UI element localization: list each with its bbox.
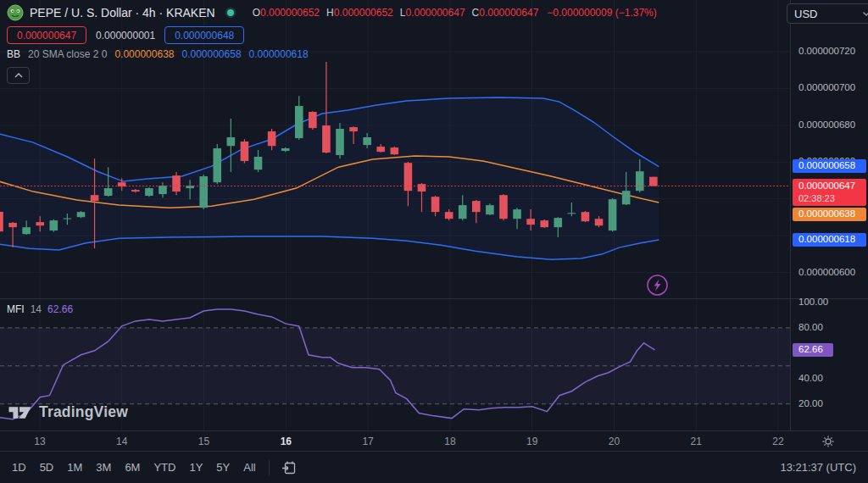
time-label-15: 15 [198,436,209,447]
low-value: 0.000000647 [405,7,465,19]
mfi-current-value: 62.66 [47,303,73,315]
tradingview-logo[interactable]: TradingView [7,403,128,421]
mfi-period: 14 [31,303,42,315]
open-value: 0.000000652 [260,7,320,19]
quick-action-button[interactable] [646,274,669,297]
bar-countdown: 02:38:23 [798,192,866,205]
range-button-6m[interactable]: 6M [118,458,147,477]
bb-upper-axis-label: 0.000000658 [793,159,866,173]
bb-indicator-legend[interactable]: BB 20 SMA close 2 0 0.000000638 0.000000… [7,48,309,60]
time-label-17: 17 [362,436,373,447]
mfi-tick: 80.00 [798,322,823,332]
mfi-tick: 40.00 [798,373,823,383]
symbol-header: PEPE / U. S. Dollar · 4h · KRAKEN O0.000… [7,3,657,22]
calendar-icon [281,459,298,476]
range-button-1d[interactable]: 1D [5,458,33,477]
bb-name[interactable]: BB [7,48,20,60]
range-button-all[interactable]: All [236,458,262,477]
price-tick: 0.000000680 [798,119,855,130]
symbol-title[interactable]: PEPE / U. S. Dollar · 4h · KRAKEN [30,6,215,19]
chart-canvas[interactable] [0,0,868,430]
chevron-down-icon [862,11,868,17]
time-axis[interactable]: 13141516171819202122 [0,430,868,452]
high-value: 0.000000652 [334,7,393,19]
range-button-ytd[interactable]: YTD [147,458,182,477]
range-button-1y[interactable]: 1Y [182,458,209,477]
time-label-18: 18 [444,436,455,447]
ohlc-values: O0.000000652 H0.000000652 L0.000000647 C… [253,7,657,19]
bottom-toolbar: 1D5D1M3M6MYTD1Y5YAll13:21:37 (UTC) [0,451,868,483]
change-value: −0.000000009 (−1.37%) [547,7,656,19]
price-tick: 0.000000700 [798,82,855,92]
time-label-14: 14 [116,436,127,447]
toolbar-divider [269,460,270,475]
clock[interactable]: 13:21:37 (UTC) [780,461,863,474]
currency-value: USD [794,8,817,20]
chevron-up-icon [14,72,24,79]
bollinger-bands [0,97,659,259]
mfi-tick: 20.00 [798,398,823,408]
tradingview-logo-text: TradingView [39,403,128,421]
mfi-tick: 100.00 [798,297,828,307]
range-button-3m[interactable]: 3M [89,458,118,477]
bb-params: 20 SMA close 2 0 [28,48,107,60]
tradingview-chart-window: PEPE / U. S. Dollar · 4h · KRAKEN O0.000… [0,0,868,483]
price-axis[interactable]: 20.0040.0080.00100.000.0000006000.000000… [790,0,868,430]
time-label-22: 22 [772,436,783,447]
price-tick: 0.000000720 [798,46,855,56]
range-button-5d[interactable]: 5D [33,458,61,477]
mfi-indicator-legend[interactable]: MFI 14 62.66 [7,303,73,315]
mfi-name[interactable]: MFI [7,303,25,315]
spread-value: 0.000000001 [93,30,158,42]
lightning-icon [646,274,669,297]
time-label-20: 20 [609,436,620,447]
tradingview-logo-icon [7,404,32,421]
time-label-21: 21 [691,436,702,447]
bb-lower-value: 0.000000618 [249,48,309,60]
time-label-19: 19 [526,436,537,447]
range-button-1m[interactable]: 1M [60,458,89,477]
currency-selector[interactable]: USD [787,3,868,24]
mfi-axis-label: 62.66 [793,343,833,357]
bb-basis-value: 0.000000638 [114,48,174,60]
ask-button[interactable]: 0.000000648 [164,26,244,44]
close-value: 0.000000647 [479,7,538,19]
bb-basis-axis-label: 0.000000638 [793,208,866,221]
collapse-legend-button[interactable] [7,67,30,84]
bb-lower-axis-label: 0.000000618 [793,233,866,247]
market-status-icon[interactable] [225,7,236,19]
bid-button[interactable]: 0.000000647 [7,26,86,44]
range-button-5y[interactable]: 5Y [209,458,236,477]
bb-upper-value: 0.000000658 [181,48,241,60]
bid-ask-row: 0.000000647 0.000000001 0.000000648 [7,26,244,44]
last-price-axis-label: 0.000000647 02:38:23 [793,179,866,206]
time-label-13: 13 [34,436,45,447]
chart-area[interactable] [0,0,868,430]
go-to-date-button[interactable] [275,458,303,478]
time-label-16: 16 [281,436,292,447]
gear-icon[interactable] [821,435,835,452]
price-tick: 0.000000600 [798,267,855,277]
pepe-logo-icon [7,4,24,21]
